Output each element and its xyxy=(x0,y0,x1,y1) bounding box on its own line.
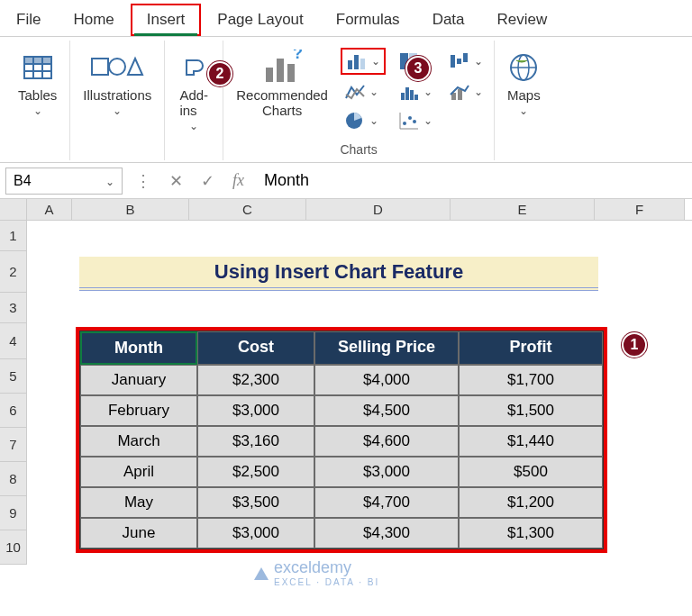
combo-chart-button[interactable]: ⌄ xyxy=(445,80,487,104)
cell[interactable]: $500 xyxy=(459,457,603,487)
cell[interactable]: $4,700 xyxy=(314,487,459,518)
formula-bar: B4 ⌄ ⋮ ✕ ✓ fx Month xyxy=(0,163,692,199)
tab-review[interactable]: Review xyxy=(481,4,564,36)
svg-rect-23 xyxy=(410,90,414,100)
cell[interactable]: $4,600 xyxy=(314,426,459,457)
scatter-chart-button[interactable]: ⌄ xyxy=(395,109,436,132)
cell[interactable]: April xyxy=(80,457,197,487)
addins-button[interactable]: Add- ins ⌄ xyxy=(172,44,215,136)
chevron-down-icon: ⌄ xyxy=(423,86,432,98)
tables-label: Tables xyxy=(18,87,57,103)
cell[interactable]: $4,300 xyxy=(314,518,459,548)
pie-chart-button[interactable]: ⌄ xyxy=(341,109,386,132)
col-header[interactable]: F xyxy=(595,199,685,220)
tables-button[interactable]: Tables ⌄ xyxy=(13,44,62,121)
cell[interactable]: $3,160 xyxy=(197,426,314,457)
ribbon: Tables ⌄ Illustrations ⌄ Add- ins ⌄ ? xyxy=(0,37,692,163)
cell[interactable]: $3,000 xyxy=(314,457,459,487)
table-row: May $3,500 $4,700 $1,200 xyxy=(80,487,603,518)
waterfall-chart-button[interactable]: ⌄ xyxy=(445,48,487,75)
col-header[interactable]: E xyxy=(451,199,595,220)
worksheet: A B C D E F 1 2 3 4 5 6 7 8 9 10 Using I… xyxy=(0,199,692,565)
svg-rect-14 xyxy=(360,59,365,69)
name-box[interactable]: B4 ⌄ xyxy=(5,168,123,195)
enter-icon[interactable]: ✓ xyxy=(196,171,220,191)
cell[interactable]: $2,500 xyxy=(197,457,314,487)
header-cell[interactable]: Selling Price xyxy=(314,331,459,365)
column-chart-button[interactable]: ⌄ xyxy=(341,48,386,75)
select-all-corner[interactable] xyxy=(0,199,27,220)
callout-badge-3: 3 xyxy=(405,56,431,81)
illustrations-button[interactable]: Illustrations ⌄ xyxy=(77,44,157,121)
name-box-value: B4 xyxy=(14,173,32,189)
row-header[interactable]: 8 xyxy=(0,462,27,496)
header-cell[interactable]: Month xyxy=(80,331,197,365)
cells-area[interactable]: Using Insert Chart Feature Month Cost Se… xyxy=(27,221,692,565)
formula-input[interactable]: Month xyxy=(257,168,687,194)
cell[interactable]: $1,300 xyxy=(459,518,603,548)
cell[interactable]: March xyxy=(80,426,197,457)
chevron-down-icon: ⌄ xyxy=(474,55,483,68)
svg-point-30 xyxy=(403,122,406,125)
row-header[interactable]: 9 xyxy=(0,496,27,530)
cell[interactable]: $4,000 xyxy=(314,365,459,395)
tab-formulas[interactable]: Formulas xyxy=(320,4,416,36)
row-header[interactable]: 7 xyxy=(0,428,27,462)
cell[interactable]: February xyxy=(80,395,197,426)
cancel-icon[interactable]: ✕ xyxy=(164,171,188,191)
watermark-sub: EXCEL · DATA · BI xyxy=(274,577,379,587)
group-tables: Tables ⌄ xyxy=(5,41,70,160)
chevron-down-icon: ⌄ xyxy=(369,114,378,127)
chevron-down-icon: ⌄ xyxy=(371,55,380,68)
row-header[interactable]: 5 xyxy=(0,359,27,394)
cell[interactable]: $1,700 xyxy=(459,365,603,395)
cell[interactable]: $1,200 xyxy=(459,487,603,518)
statistic-chart-button[interactable]: ⌄ xyxy=(395,80,436,104)
group-maps: Maps ⌄ xyxy=(495,41,553,160)
row-header[interactable]: 1 xyxy=(0,221,27,251)
cell[interactable]: $1,500 xyxy=(459,395,603,426)
cell[interactable]: January xyxy=(80,365,197,395)
cell[interactable]: June xyxy=(80,518,197,548)
shapes-icon xyxy=(90,48,144,87)
chevron-down-icon: ⌄ xyxy=(519,104,528,117)
row-header[interactable]: 10 xyxy=(0,530,27,565)
callout-badge-2: 2 xyxy=(207,61,232,86)
tab-home[interactable]: Home xyxy=(57,4,130,36)
header-cell[interactable]: Profit xyxy=(459,331,603,365)
row-header[interactable]: 4 xyxy=(0,323,27,359)
table-row: February $3,000 $4,500 $1,500 xyxy=(80,395,603,426)
cell[interactable]: $2,300 xyxy=(197,365,314,395)
row-header[interactable]: 6 xyxy=(0,394,27,428)
maps-button[interactable]: Maps ⌄ xyxy=(502,44,546,121)
col-header[interactable]: A xyxy=(27,199,72,220)
header-cell[interactable]: Cost xyxy=(197,331,314,365)
svg-rect-19 xyxy=(457,59,461,64)
col-header[interactable]: D xyxy=(306,199,451,220)
cell[interactable]: $4,500 xyxy=(314,395,459,426)
row-header[interactable]: 3 xyxy=(0,293,27,323)
fx-icon[interactable]: fx xyxy=(227,171,250,190)
col-header[interactable]: B xyxy=(72,199,189,220)
chevron-down-icon: ⌄ xyxy=(113,104,122,117)
cell[interactable]: May xyxy=(80,487,197,518)
svg-point-7 xyxy=(109,59,125,75)
tab-insert[interactable]: Insert xyxy=(131,4,202,36)
col-header[interactable]: C xyxy=(189,199,306,220)
cell[interactable]: $3,000 xyxy=(197,395,314,426)
table-header-row: Month Cost Selling Price Profit xyxy=(80,331,603,365)
row-header[interactable]: 2 xyxy=(0,251,27,293)
recommended-charts-icon: ? xyxy=(262,48,302,87)
tab-page-layout[interactable]: Page Layout xyxy=(201,4,319,36)
cell[interactable]: $3,500 xyxy=(197,487,314,518)
chevron-down-icon: ⌄ xyxy=(423,114,432,127)
cell[interactable]: $1,440 xyxy=(459,426,603,457)
line-chart-button[interactable]: ⌄ xyxy=(341,80,386,104)
svg-rect-22 xyxy=(405,87,409,100)
group-addins: Add- ins ⌄ xyxy=(165,41,223,160)
tab-data[interactable]: Data xyxy=(416,4,481,36)
cell[interactable]: $3,000 xyxy=(197,518,314,548)
tab-file[interactable]: File xyxy=(0,4,57,36)
svg-rect-12 xyxy=(348,60,352,69)
recommended-charts-button[interactable]: ? Recommended Charts xyxy=(231,44,333,122)
